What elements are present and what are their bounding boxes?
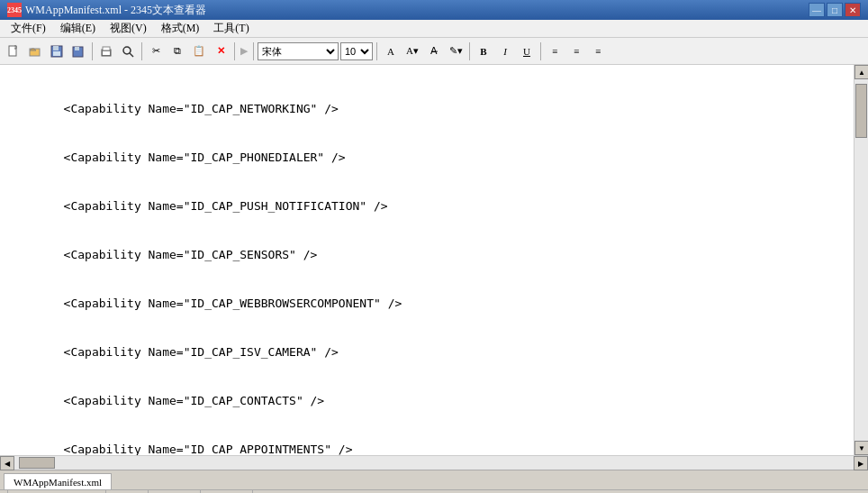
font-color-button[interactable]: A: [381, 41, 401, 61]
save-all-button[interactable]: [68, 41, 88, 61]
line-2: <Capability Name="ID_CAP_PHONEDIALER" />: [7, 150, 846, 166]
tab-wmappmanifest[interactable]: WMAppManifest.xml: [4, 473, 112, 489]
status-bar: 中文(简体，中国) 可写 行：31 列：23: [0, 489, 868, 493]
menu-edit[interactable]: 编辑(E): [53, 19, 103, 38]
bold-button[interactable]: B: [474, 41, 493, 61]
svg-line-12: [130, 53, 133, 57]
cut-button[interactable]: ✂: [146, 41, 166, 61]
svg-rect-7: [75, 47, 79, 50]
italic-button[interactable]: I: [495, 41, 515, 61]
scroll-right-button[interactable]: ▶: [854, 456, 868, 470]
line-3: <Capability Name="ID_CAP_PUSH_NOTIFICATI…: [7, 198, 846, 215]
maximize-button[interactable]: □: [827, 3, 843, 17]
window-controls: — □ ✕: [809, 3, 861, 17]
separator-1: [92, 42, 93, 60]
tab-bar: WMAppManifest.xml: [0, 470, 868, 489]
editor-content: <Capability Name="ID_CAP_NETWORKING" /> …: [0, 65, 854, 455]
toolbar: ✂ ⧉ 📋 ✕ ▶ 宋体 10 A A▾ A̶ ✎▾ B I U ≡ ≡ ≡: [0, 38, 868, 65]
app-icon: 2345: [7, 3, 22, 17]
separator-7: [540, 42, 541, 60]
line-1: <Capability Name="ID_CAP_NETWORKING" />: [7, 101, 846, 117]
scroll-up-button[interactable]: ▲: [854, 65, 868, 79]
editor[interactable]: <Capability Name="ID_CAP_NETWORKING" /> …: [0, 65, 854, 455]
svg-rect-10: [103, 51, 110, 55]
horizontal-scrollbar[interactable]: ◀ ▶: [0, 455, 868, 470]
scroll-thumb-horizontal[interactable]: [19, 457, 55, 469]
svg-rect-4: [53, 46, 59, 50]
scroll-left-button[interactable]: ◀: [0, 456, 14, 470]
window-title: WMAppManifest.xml - 2345文本查看器: [25, 3, 206, 18]
separator-5: [376, 42, 377, 60]
svg-point-11: [123, 47, 131, 54]
line-7: <Capability Name="ID_CAP_CONTACTS" />: [7, 393, 846, 409]
highlight-button[interactable]: A▾: [402, 41, 422, 61]
underline-button[interactable]: U: [517, 41, 537, 61]
scroll-track-horizontal[interactable]: [14, 456, 854, 470]
scroll-track-vertical[interactable]: [854, 79, 868, 441]
separator-2: [141, 42, 142, 60]
svg-marker-2: [30, 49, 36, 50]
menu-view[interactable]: 视图(V): [103, 19, 154, 38]
line-5: <Capability Name="ID_CAP_WEBBROWSERCOMPO…: [7, 296, 846, 312]
minimize-button[interactable]: —: [809, 3, 825, 17]
open-button[interactable]: [25, 41, 45, 61]
separator-3: [234, 42, 235, 60]
paste-button[interactable]: 📋: [189, 41, 209, 61]
main-area: <Capability Name="ID_CAP_NETWORKING" /> …: [0, 65, 868, 455]
align-center-button[interactable]: ≡: [566, 41, 586, 61]
align-right-button[interactable]: ≡: [588, 41, 608, 61]
title-bar: 2345 WMAppManifest.xml - 2345文本查看器 — □ ✕: [0, 0, 868, 20]
copy-button[interactable]: ⧉: [167, 41, 187, 61]
vertical-scrollbar[interactable]: ▲ ▼: [854, 65, 868, 455]
menu-bar: 文件(F) 编辑(E) 视图(V) 格式(M) 工具(T): [0, 20, 868, 38]
font-size-select[interactable]: 10: [340, 42, 373, 60]
new-button[interactable]: [4, 41, 23, 61]
separator-4: [253, 42, 254, 60]
strikethrough-button[interactable]: A̶: [424, 41, 444, 61]
save-button[interactable]: [47, 41, 67, 61]
line-4: <Capability Name="ID_CAP_SENSORS" />: [7, 247, 846, 263]
menu-file[interactable]: 文件(F): [4, 19, 53, 38]
find-button[interactable]: [118, 41, 138, 61]
line-6: <Capability Name="ID_CAP_ISV_CAMERA" />: [7, 344, 846, 361]
print-button[interactable]: [96, 41, 116, 61]
font-name-select[interactable]: 宋体: [258, 42, 339, 60]
separator-6: [469, 42, 470, 60]
format-menu-button[interactable]: ✎▾: [446, 41, 466, 61]
menu-format[interactable]: 格式(M): [154, 19, 207, 38]
close-button[interactable]: ✕: [845, 3, 861, 17]
delete-button[interactable]: ✕: [211, 41, 231, 61]
scroll-thumb-vertical[interactable]: [855, 84, 867, 138]
align-left-button[interactable]: ≡: [545, 41, 565, 61]
svg-rect-5: [53, 51, 60, 56]
svg-rect-9: [103, 47, 110, 50]
line-8: <Capability Name="ID_CAP_APPOINTMENTS" /…: [7, 442, 846, 455]
scroll-down-button[interactable]: ▼: [854, 441, 868, 455]
menu-tools[interactable]: 工具(T): [206, 19, 256, 38]
toolbar-extra: ▶: [239, 45, 249, 57]
